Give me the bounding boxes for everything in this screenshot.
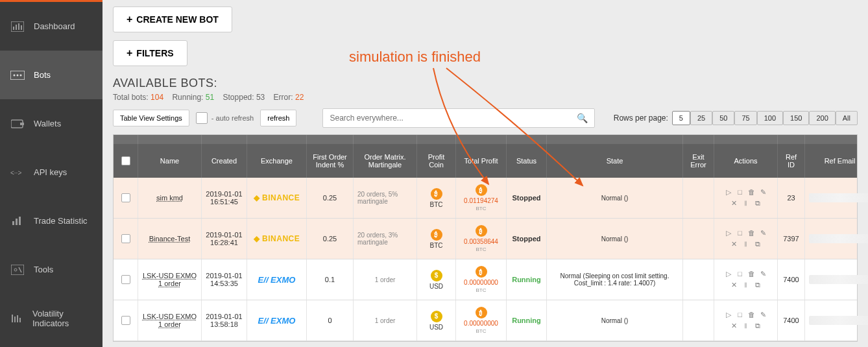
select-all-checkbox[interactable] — [121, 156, 130, 165]
copy-icon[interactable]: ⧉ — [753, 322, 762, 330]
column-header[interactable]: Ref ID — [778, 144, 805, 178]
sidebar-item-stats[interactable]: Trade Statistic — [0, 197, 102, 245]
svg-rect-14 — [19, 217, 21, 225]
column-header[interactable]: Profit Coin — [417, 144, 456, 178]
matrix-cell: 1 order — [354, 259, 417, 300]
create-new-bot-button[interactable]: + CREATE NEW BOT — [113, 6, 232, 32]
trash-icon[interactable]: 🗑 — [747, 311, 756, 319]
dashboard-icon — [10, 21, 25, 32]
running-label: Running: — [172, 93, 203, 102]
bot-name-link[interactable]: LSK-USD EXMO 1 order — [142, 313, 197, 328]
rows-per-page-5[interactable]: 5 — [672, 111, 690, 125]
refresh-button[interactable]: refresh — [260, 110, 296, 126]
exchange-cell: E// EXMO — [247, 259, 307, 300]
svg-point-6 — [14, 74, 16, 76]
filters-button[interactable]: + FILTERS — [113, 40, 187, 66]
row-checkbox[interactable] — [121, 193, 130, 202]
trash-icon[interactable]: 🗑 — [747, 188, 756, 197]
indent-cell: 0.25 — [307, 178, 354, 218]
edit-icon[interactable]: ✎ — [759, 188, 768, 197]
edit-icon[interactable]: ✎ — [759, 311, 768, 319]
column-header[interactable]: Total Profit — [456, 144, 507, 178]
search-icon: 🔍 — [577, 113, 588, 123]
rows-per-page-25[interactable]: 25 — [690, 111, 712, 125]
trash-icon[interactable]: 🗑 — [747, 229, 756, 237]
close-icon[interactable]: ✕ — [730, 240, 739, 248]
created-cell: 2019-01-0116:28:41 — [202, 219, 247, 259]
total-profit-cell: ₿0.00000000BTC — [456, 259, 507, 300]
table-view-settings-button[interactable]: Table View Settings — [113, 110, 189, 126]
sidebar-item-bots[interactable]: Bots — [0, 51, 102, 99]
chart-icon[interactable]: ⫴ — [741, 199, 751, 208]
trash-icon[interactable]: 🗑 — [747, 270, 756, 278]
edit-icon[interactable]: ✎ — [759, 270, 768, 278]
bot-name-link[interactable]: Binance-Test — [149, 235, 191, 243]
column-header[interactable] — [114, 144, 138, 178]
create-new-bot-label: CREATE NEW BOT — [136, 14, 219, 25]
copy-icon[interactable]: ⧉ — [753, 281, 762, 289]
column-header[interactable]: Exit Error — [683, 144, 714, 178]
chart-icon[interactable]: ⫴ — [741, 240, 751, 248]
play-icon[interactable]: ▷ — [724, 229, 733, 237]
edit-icon[interactable]: ✎ — [759, 229, 768, 237]
column-header[interactable]: Status — [507, 144, 547, 178]
rows-per-page-50[interactable]: 50 — [712, 111, 734, 125]
column-header[interactable]: First Order Indent % — [307, 144, 354, 178]
rows-per-page-75[interactable]: 75 — [734, 111, 756, 125]
status-cell: Running — [507, 259, 547, 300]
column-header[interactable]: Name — [138, 144, 202, 178]
ref-email-cell — [805, 219, 868, 259]
column-header[interactable]: State — [547, 144, 683, 178]
stop-icon[interactable]: □ — [736, 270, 745, 278]
svg-rect-19 — [17, 315, 18, 322]
row-checkbox[interactable] — [121, 316, 130, 325]
rows-per-page-100[interactable]: 100 — [757, 111, 783, 125]
close-icon[interactable]: ✕ — [730, 199, 739, 208]
column-header[interactable]: Created — [202, 144, 247, 178]
sidebar-item-dashboard[interactable]: Dashboard — [0, 2, 102, 51]
sidebar-item-apikeys[interactable]: <··> API keys — [0, 148, 102, 197]
play-icon[interactable]: ▷ — [724, 311, 733, 319]
rows-per-page-200[interactable]: 200 — [809, 111, 835, 125]
sidebar-item-label: Volatility Indicators — [32, 309, 92, 328]
stop-icon[interactable]: □ — [736, 229, 745, 237]
chart-icon[interactable]: ⫴ — [741, 322, 751, 330]
column-header[interactable]: Order Matrix. Martingale — [354, 144, 417, 178]
indent-cell: 0.1 — [307, 259, 354, 300]
auto-refresh-checkbox[interactable] — [196, 112, 208, 124]
column-header[interactable]: Actions — [714, 144, 778, 178]
svg-rect-15 — [11, 265, 24, 275]
bot-name-link[interactable]: sim kmd — [156, 194, 183, 202]
total-profit-cell: ₿0.01194274BTC — [456, 178, 507, 218]
close-icon[interactable]: ✕ — [730, 281, 739, 289]
search-input[interactable] — [330, 114, 577, 123]
svg-rect-10 — [20, 123, 24, 125]
matrix-cell: 1 order — [354, 300, 417, 341]
close-icon[interactable]: ✕ — [730, 322, 739, 330]
ref-email-redacted — [809, 275, 868, 284]
stop-icon[interactable]: □ — [736, 188, 745, 197]
rows-per-page-150[interactable]: 150 — [783, 111, 809, 125]
copy-icon[interactable]: ⧉ — [753, 199, 762, 208]
plus-icon: + — [127, 14, 132, 25]
column-header[interactable]: Ref Email — [805, 144, 868, 178]
row-checkbox[interactable] — [121, 275, 130, 284]
sidebar-item-tools[interactable]: Tools — [0, 245, 102, 294]
row-checkbox[interactable] — [121, 234, 130, 243]
error-value: 22 — [295, 93, 304, 102]
play-icon[interactable]: ▷ — [724, 270, 733, 278]
play-icon[interactable]: ▷ — [724, 188, 733, 197]
column-header[interactable]: Exchange — [247, 144, 307, 178]
sidebar-item-wallets[interactable]: Wallets — [0, 99, 102, 148]
ref-email-cell — [805, 259, 868, 300]
svg-text:<··>: <··> — [10, 169, 21, 176]
stop-icon[interactable]: □ — [736, 311, 745, 319]
svg-rect-3 — [18, 23, 19, 30]
tools-icon — [10, 265, 25, 275]
bot-name-link[interactable]: LSK-USD EXMO 1 order — [142, 272, 197, 287]
chart-icon[interactable]: ⫴ — [741, 281, 751, 289]
rows-per-page-All[interactable]: All — [836, 111, 858, 125]
copy-icon[interactable]: ⧉ — [753, 240, 762, 248]
sidebar-item-label: Trade Statistic — [34, 216, 88, 226]
sidebar-item-volatility[interactable]: Volatility Indicators — [0, 294, 102, 342]
